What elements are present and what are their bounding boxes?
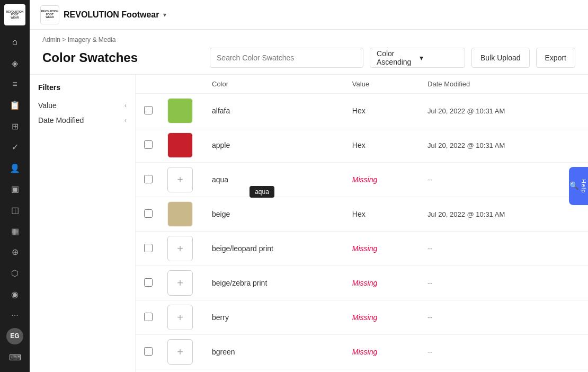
value-cell: Missing	[344, 300, 419, 335]
avatar[interactable]: EG	[6, 328, 23, 345]
content-area: Admin > Imagery & Media Color Swatches C…	[30, 30, 588, 372]
table-row: beigeHexJul 20, 2022 @ 10:31 AM	[136, 197, 588, 232]
color-swatch[interactable]	[167, 201, 193, 227]
color-swatch[interactable]	[167, 132, 193, 158]
value-cell: Missing	[344, 369, 419, 373]
date-cell: Jul 20, 2022 @ 10:31 AM	[419, 197, 588, 232]
sort-select[interactable]: Color Ascending ▾	[370, 48, 465, 68]
color-swatches-table: Color Value Date Modified alfafaHexJul 2…	[136, 75, 588, 372]
col-checkbox	[136, 75, 161, 94]
date-cell: --	[419, 369, 588, 373]
row-checkbox[interactable]	[144, 140, 153, 149]
label-icon[interactable]: ⬡	[5, 264, 24, 283]
col-date: Date Modified	[419, 75, 588, 94]
row-checkbox[interactable]	[144, 347, 153, 356]
add-swatch-button[interactable]: +	[167, 236, 193, 261]
color-name: black	[203, 369, 344, 373]
date-cell: Jul 20, 2022 @ 10:31 AM	[419, 94, 588, 128]
table-area: Filters Value ‹ Date Modified ‹	[30, 74, 588, 372]
add-swatch-button[interactable]: +	[167, 339, 193, 365]
color-name: bgreen	[203, 335, 344, 369]
table-row: appleHexJul 20, 2022 @ 10:31 AM	[136, 128, 588, 163]
table-wrapper: Color Value Date Modified alfafaHexJul 2…	[136, 75, 588, 372]
filter-value-label: Value	[38, 101, 57, 110]
list-icon[interactable]: ≡	[5, 75, 24, 94]
sidebar: REVOLUTIONFOOTWEAR ⌂ ◈ ≡ 📋 ⊞ ✓ 👤 ▣ ◫ ▦ ⊕…	[0, 0, 30, 372]
breadcrumb-imagery[interactable]: Imagery & Media	[68, 36, 116, 43]
value-cell: Missing	[344, 232, 419, 266]
help-label: Help	[581, 179, 587, 193]
tooltip: aqua	[250, 186, 274, 198]
topbar-chevron-icon[interactable]: ▾	[163, 11, 166, 19]
breadcrumb: Admin > Imagery & Media	[30, 30, 588, 46]
table-row: +bgreenMissing--	[136, 335, 588, 369]
date-cell: --	[419, 163, 588, 197]
bar-chart-icon[interactable]: ▦	[5, 222, 24, 241]
value-cell: Hex	[344, 197, 419, 232]
filters-panel: Filters Value ‹ Date Modified ‹	[30, 75, 136, 372]
value-cell: Hex	[344, 94, 419, 128]
color-name: beige/leopard print	[203, 232, 344, 266]
sort-label: Color Ascending	[377, 49, 415, 66]
box-icon[interactable]: ▣	[5, 180, 24, 199]
topbar-title: REVOLUTION Footwear	[64, 10, 159, 20]
tag-icon[interactable]: ◈	[5, 54, 24, 73]
more-icon[interactable]: ···	[5, 306, 24, 325]
value-cell: Missing	[344, 266, 419, 300]
color-name: alfafa	[203, 94, 344, 128]
bell-icon[interactable]: ◉	[5, 285, 24, 304]
breadcrumb-admin[interactable]: Admin	[42, 36, 60, 43]
keyboard-icon[interactable]: ⌨	[5, 348, 24, 367]
search-input[interactable]	[210, 48, 363, 68]
checkmark-icon[interactable]: ✓	[5, 138, 24, 157]
export-button[interactable]: Export	[536, 48, 575, 68]
row-checkbox[interactable]	[144, 175, 153, 183]
filter-date-label: Date Modified	[38, 116, 84, 125]
value-cell: Missing	[344, 335, 419, 369]
date-cell: --	[419, 335, 588, 369]
row-checkbox[interactable]	[144, 313, 153, 321]
bookmark-icon[interactable]: ⊞	[5, 117, 24, 136]
handshake-icon[interactable]: ⊕	[5, 243, 24, 262]
table-row: +beige/zebra printMissing--	[136, 266, 588, 300]
color-name: berry	[203, 300, 344, 335]
row-checkbox[interactable]	[144, 278, 153, 287]
color-name: beige	[203, 197, 344, 232]
sidebar-logo: REVOLUTIONFOOTWEAR	[4, 4, 25, 25]
filter-date-chevron-icon: ‹	[124, 117, 127, 124]
row-checkbox[interactable]	[144, 209, 153, 218]
date-cell: --	[419, 232, 588, 266]
help-search-icon: 🔍	[570, 181, 578, 191]
value-cell: Hex	[344, 128, 419, 163]
color-name: apple	[203, 128, 344, 163]
row-checkbox[interactable]	[144, 244, 153, 252]
document-icon[interactable]: 📋	[5, 96, 24, 115]
analytics-icon[interactable]: ◫	[5, 201, 24, 220]
color-name: beige/zebra print	[203, 266, 344, 300]
add-swatch-button[interactable]: +	[167, 305, 193, 330]
filter-value[interactable]: Value ‹	[38, 98, 127, 113]
col-swatch	[161, 75, 203, 94]
topbar: REVOLUTIONFOOTWEAR REVOLUTION Footwear ▾	[30, 0, 588, 30]
table-row: +blackMissing--	[136, 369, 588, 373]
date-cell: Jul 20, 2022 @ 10:31 AM	[419, 128, 588, 163]
table-row: alfafaHexJul 20, 2022 @ 10:31 AM	[136, 94, 588, 128]
add-swatch-button[interactable]: +	[167, 270, 193, 296]
add-swatch-button[interactable]: +	[167, 167, 193, 192]
table-row: +beige/leopard printMissing--	[136, 232, 588, 266]
home-icon[interactable]: ⌂	[5, 33, 24, 52]
row-checkbox[interactable]	[144, 106, 153, 114]
date-cell: --	[419, 300, 588, 335]
color-name: aquaaqua	[203, 163, 344, 197]
help-button[interactable]: Help 🔍	[569, 167, 588, 205]
col-value: Value	[344, 75, 419, 94]
col-color: Color	[203, 75, 344, 94]
page-title: Color Swatches	[42, 50, 203, 65]
bulk-upload-button[interactable]: Bulk Upload	[471, 48, 530, 68]
filter-date-modified[interactable]: Date Modified ‹	[38, 113, 127, 128]
color-swatch[interactable]	[167, 98, 193, 123]
filters-title: Filters	[38, 83, 127, 92]
topbar-logo: REVOLUTIONFOOTWEAR	[40, 5, 59, 24]
breadcrumb-separator: >	[62, 36, 67, 43]
people-icon[interactable]: 👤	[5, 159, 24, 178]
